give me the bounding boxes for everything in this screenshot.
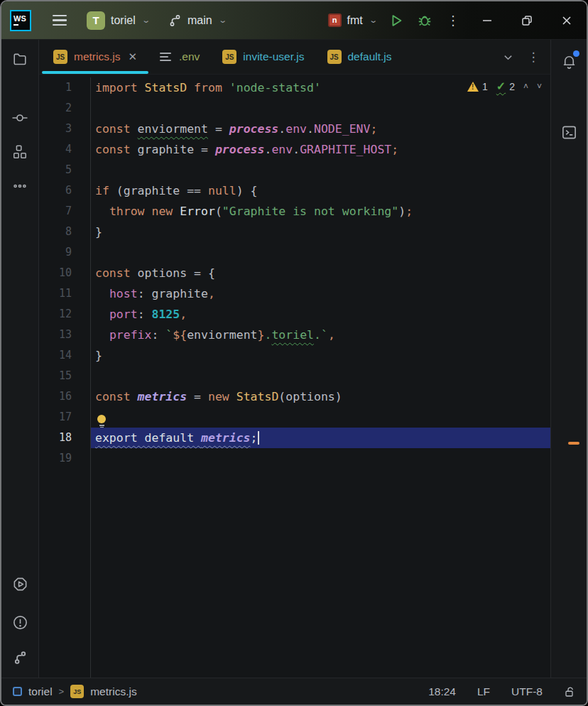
code-token: } — [258, 328, 265, 342]
code-line[interactable]: 13 prefix: `${enviorment}.toriel.`, — [39, 325, 550, 345]
npm-icon: n — [328, 13, 342, 27]
line-number[interactable]: 11 — [39, 283, 91, 304]
text-caret — [258, 431, 259, 445]
code-line[interactable]: 8} — [39, 222, 550, 242]
code-line[interactable]: 15 — [39, 366, 550, 386]
code-token: graphite — [124, 184, 180, 197]
terminal-toolwindow-button[interactable] — [555, 118, 583, 146]
services-toolwindow-button[interactable] — [6, 570, 34, 598]
code-line[interactable]: 7 throw new Error("Graphite is not worki… — [39, 201, 550, 222]
line-separator[interactable]: LF — [477, 685, 490, 698]
tab-invite-user-js[interactable]: JSinvite-user.js — [211, 40, 315, 74]
warnings-indicator[interactable]: 1 — [467, 81, 488, 92]
code-line[interactable]: 17 — [39, 407, 550, 428]
restore-button[interactable] — [507, 1, 547, 40]
tab-close-icon[interactable]: ✕ — [128, 50, 137, 63]
code-token: const — [95, 122, 131, 136]
play-icon — [388, 13, 404, 28]
vcs-branch-widget[interactable]: main ⌄ — [162, 9, 232, 32]
line-number[interactable]: 2 — [39, 98, 91, 119]
intention-bulb-icon[interactable] — [95, 415, 108, 428]
project-toolwindow-button[interactable] — [6, 45, 34, 74]
run-button[interactable] — [382, 8, 410, 33]
line-number[interactable]: 4 — [39, 139, 91, 160]
line-number[interactable]: 1 — [39, 77, 91, 98]
code-line[interactable]: 10const options = { — [39, 263, 550, 283]
line-number[interactable]: 14 — [39, 345, 91, 366]
typo-check-icon: ✓ — [496, 80, 506, 93]
tab-default-js[interactable]: JSdefault.js — [316, 40, 403, 74]
more-actions-button[interactable]: ⋮ — [439, 8, 467, 33]
problems-icon — [12, 614, 28, 631]
typos-indicator[interactable]: ✓ 2 — [496, 80, 515, 93]
code-token: ) { — [236, 184, 258, 197]
line-number[interactable]: 9 — [39, 242, 91, 263]
unlock-icon[interactable] — [564, 685, 577, 698]
code-line[interactable]: 19 — [39, 448, 550, 469]
line-number[interactable]: 3 — [39, 119, 91, 139]
branch-name: main — [187, 14, 212, 27]
main-menu-button[interactable] — [45, 8, 74, 33]
close-button[interactable] — [547, 1, 587, 40]
previous-problem-button[interactable]: ˄ — [523, 82, 528, 92]
tab-options-button[interactable]: ⋮ — [522, 45, 545, 68]
line-number[interactable]: 10 — [39, 263, 91, 283]
code-token: env — [271, 143, 293, 156]
breadcrumb-project[interactable]: toriel — [28, 685, 53, 698]
code-line-text: } — [91, 222, 550, 242]
more-toolwindows-button[interactable] — [6, 172, 34, 200]
file-encoding[interactable]: UTF-8 — [511, 685, 543, 698]
project-widget[interactable]: T toriel ⌄ — [81, 7, 155, 34]
minimize-button[interactable] — [467, 1, 507, 40]
code-editor[interactable]: 1import StatsD from 'node-statsd'23const… — [39, 75, 550, 678]
line-number[interactable]: 5 — [39, 160, 91, 180]
run-configuration-widget[interactable]: n fmt ⌄ — [322, 9, 382, 31]
code-line[interactable]: 5 — [39, 160, 550, 180]
structure-toolwindow-button[interactable] — [6, 138, 34, 166]
commit-toolwindow-button[interactable] — [6, 104, 34, 132]
line-number[interactable]: 16 — [39, 386, 91, 407]
code-token: ${ — [173, 328, 187, 342]
project-avatar: T — [87, 11, 105, 30]
line-number[interactable]: 13 — [39, 325, 91, 345]
code-line[interactable]: 2 — [39, 98, 550, 119]
code-line-text: const metrics = new StatsD(options) — [91, 386, 550, 407]
line-number[interactable]: 19 — [39, 448, 91, 469]
code-line[interactable]: 11 host: graphite, — [39, 283, 550, 304]
code-token: == — [180, 184, 208, 197]
tab-label: default.js — [348, 50, 392, 63]
code-line[interactable]: 6if (graphite == null) { — [39, 180, 550, 201]
code-line[interactable]: 16const metrics = new StatsD(options) — [39, 386, 550, 407]
line-number[interactable]: 6 — [39, 180, 91, 201]
problems-toolwindow-button[interactable] — [6, 608, 34, 636]
hidden-tabs-chevron-button[interactable] — [496, 45, 519, 68]
project-name: toriel — [111, 14, 136, 27]
code-line[interactable]: 14} — [39, 345, 550, 366]
line-number[interactable]: 18 — [39, 428, 91, 448]
code-line-text: export default metrics; — [91, 428, 550, 448]
code-line[interactable]: 9 — [39, 242, 550, 263]
code-token: const — [95, 143, 131, 156]
code-line[interactable]: 18export default metrics; — [39, 428, 550, 448]
notifications-button[interactable] — [555, 47, 583, 75]
line-number[interactable]: 15 — [39, 366, 91, 386]
code-token: const — [95, 390, 131, 403]
code-line[interactable]: 12 port: 8125, — [39, 304, 550, 325]
next-problem-button[interactable]: ˅ — [537, 82, 542, 92]
line-number[interactable]: 7 — [39, 201, 91, 222]
caret-position[interactable]: 18:24 — [428, 685, 456, 698]
code-line[interactable]: 3const enviorment = process.env.NODE_ENV… — [39, 119, 550, 139]
tab--env[interactable]: .env — [148, 40, 211, 74]
code-token: . — [307, 122, 314, 136]
error-stripe-mark[interactable] — [568, 442, 579, 445]
line-number[interactable]: 17 — [39, 407, 91, 428]
code-line-text — [91, 242, 550, 263]
code-line[interactable]: 4const graphite = process.env.GRAPHITE_H… — [39, 139, 550, 160]
line-number[interactable]: 8 — [39, 222, 91, 242]
code-line-text: port: 8125, — [91, 304, 550, 325]
version-control-toolwindow-button[interactable] — [6, 643, 34, 672]
breadcrumb-file[interactable]: metrics.js — [90, 685, 136, 698]
line-number[interactable]: 12 — [39, 304, 91, 325]
tab-metrics-js[interactable]: JSmetrics.js✕ — [42, 40, 148, 74]
debug-button[interactable] — [410, 8, 439, 33]
